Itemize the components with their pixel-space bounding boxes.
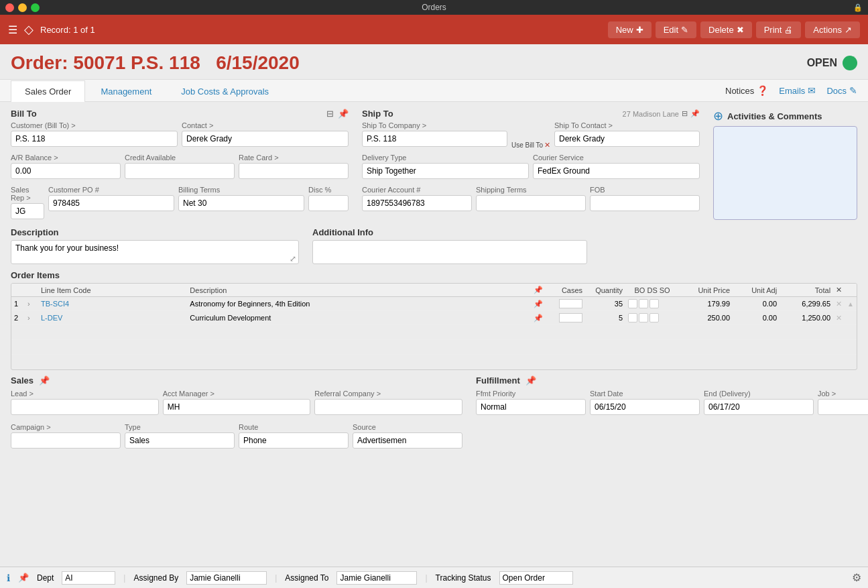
row2-pin[interactable]: 📌 — [525, 311, 552, 325]
row2-ds-checkbox[interactable] — [639, 313, 648, 322]
tracking-status-input[interactable] — [499, 571, 573, 585]
gear-icon[interactable]: ⚙ — [852, 571, 861, 584]
lead-input[interactable] — [11, 399, 159, 415]
ar-balance-field: A/R Balance > — [11, 154, 121, 179]
tab-job-costs[interactable]: Job Costs & Approvals — [167, 80, 283, 102]
ship-to-address: 27 Madison Lane — [623, 110, 679, 118]
ship-to-table-icon[interactable]: ⊟ — [682, 109, 688, 118]
close-button[interactable] — [5, 3, 14, 12]
sales-rep-field: Sales Rep > — [11, 186, 44, 219]
ffmt-priority-input[interactable] — [476, 399, 586, 415]
row2-cases[interactable] — [552, 311, 585, 325]
col-scroll — [845, 284, 857, 297]
table-row: 1 › TB-SCI4 Astronomy for Beginners, 4th… — [11, 297, 857, 311]
assigned-to-input[interactable] — [336, 571, 417, 585]
route-field: Route — [239, 423, 349, 449]
sales-pin-icon[interactable]: 📌 — [39, 375, 50, 386]
ship-contact-field: Ship To Contact > — [554, 121, 700, 147]
hamburger-icon[interactable]: ☰ — [8, 23, 17, 36]
page-body: Order: 50071 P.S. 118 6/15/2020 OPEN Sal… — [0, 44, 868, 588]
dept-input[interactable] — [62, 571, 115, 585]
tab-management[interactable]: Management — [86, 80, 166, 102]
delete-button[interactable]: Delete ✖ — [700, 21, 752, 38]
nav-diamond-icon[interactable]: ◇ — [24, 22, 34, 37]
bill-to-pin-icon[interactable]: 📌 — [338, 109, 349, 119]
row1-arrow[interactable]: › — [25, 297, 38, 311]
row1-remove-icon[interactable]: ✕ — [833, 297, 845, 311]
customer-input[interactable] — [11, 131, 178, 147]
courier-account-input[interactable] — [362, 195, 472, 211]
row1-bo-checkbox[interactable] — [628, 299, 637, 308]
col-pin: 📌 — [525, 284, 552, 297]
row1-unit-price: 179.99 — [679, 297, 733, 311]
contact-input[interactable] — [182, 131, 349, 147]
use-bill-to-x-icon[interactable]: ✕ — [544, 141, 550, 150]
referral-company-input[interactable] — [314, 399, 462, 415]
acct-manager-input[interactable] — [163, 399, 311, 415]
row2-line-item-code[interactable]: L-DEV — [38, 311, 187, 325]
row1-so-checkbox[interactable] — [649, 299, 659, 308]
credit-available-input[interactable] — [125, 163, 235, 179]
table-row: 2 › L-DEV Curriculum Development 📌 5 — [11, 311, 857, 325]
rate-card-label: Rate Card > — [239, 154, 349, 162]
window-controls[interactable] — [5, 3, 40, 12]
fulfillment-pin-icon[interactable]: 📌 — [525, 375, 536, 386]
disc-pct-input[interactable] — [308, 195, 349, 211]
row2-so-checkbox[interactable] — [649, 313, 659, 322]
row1-ds-checkbox[interactable] — [639, 299, 648, 308]
row1-scroll-up[interactable]: ▲ — [845, 297, 857, 311]
notices-link[interactable]: Notices ❓ — [725, 85, 768, 96]
tab-sales-order[interactable]: Sales Order — [11, 80, 85, 102]
end-date-input[interactable] — [704, 399, 814, 415]
job-field: Job > — [818, 390, 868, 415]
source-input[interactable] — [353, 432, 462, 449]
acct-manager-field: Acct Manager > — [163, 390, 311, 415]
docs-link[interactable]: Docs ✎ — [826, 85, 857, 96]
actions-button[interactable]: Actions ↗ — [805, 21, 860, 38]
row1-line-item-code[interactable]: TB-SCI4 — [38, 297, 187, 311]
description-title: Description — [11, 227, 59, 237]
emails-link[interactable]: Emails ✉ — [779, 85, 816, 96]
activities-add-icon[interactable]: ⊕ — [713, 109, 723, 123]
route-input[interactable] — [239, 432, 349, 449]
billing-terms-input[interactable] — [178, 195, 304, 211]
maximize-button[interactable] — [31, 3, 40, 12]
print-button[interactable]: Print 🖨 — [756, 21, 802, 38]
type-field: Type — [125, 423, 235, 449]
edit-button[interactable]: Edit ✎ — [656, 21, 696, 38]
courier-service-input[interactable] — [533, 163, 700, 179]
delivery-type-input[interactable] — [362, 163, 529, 179]
shipping-terms-input[interactable] — [476, 195, 586, 211]
status-info-icon[interactable]: ℹ — [7, 573, 10, 583]
row2-arrow[interactable]: › — [25, 311, 38, 325]
additional-info-textarea[interactable] — [312, 240, 587, 264]
description-textarea[interactable] — [11, 240, 299, 264]
start-date-input[interactable] — [590, 399, 700, 415]
job-input[interactable] — [818, 399, 868, 415]
row1-cases[interactable] — [552, 297, 585, 311]
order-items-section: Order Items Line Item Code Description 📌… — [0, 270, 868, 370]
ship-contact-input[interactable] — [554, 131, 700, 147]
customer-label: Customer (Bill To) > — [11, 121, 178, 129]
sales-rep-input[interactable] — [11, 203, 44, 219]
status-pin-icon[interactable]: 📌 — [18, 573, 29, 583]
sales-title: Sales — [11, 375, 34, 386]
row2-remove-icon[interactable]: ✕ — [833, 311, 845, 325]
ship-to-pin-icon[interactable]: 📌 — [690, 109, 700, 118]
bill-to-table-icon[interactable]: ⊟ — [326, 109, 334, 119]
fob-input[interactable] — [590, 195, 700, 211]
rate-card-input[interactable] — [239, 163, 349, 179]
minimize-button[interactable] — [18, 3, 27, 12]
customer-po-input[interactable] — [48, 195, 174, 211]
ship-company-input[interactable] — [362, 131, 507, 147]
campaign-input[interactable] — [11, 432, 121, 449]
ar-balance-label: A/R Balance > — [11, 154, 121, 162]
row1-pin[interactable]: 📌 — [525, 297, 552, 311]
description-expand-icon[interactable]: ⤢ — [290, 254, 296, 263]
ar-balance-input[interactable] — [11, 163, 121, 179]
assigned-by-input[interactable] — [186, 571, 267, 585]
row2-bo-checkbox[interactable] — [628, 313, 637, 322]
type-input[interactable] — [125, 432, 235, 449]
contact-label: Contact > — [182, 121, 349, 129]
new-button[interactable]: New ✚ — [608, 21, 652, 38]
